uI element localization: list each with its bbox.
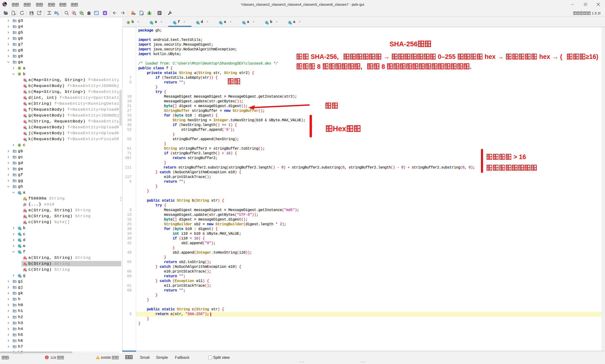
svg-text:M: M bbox=[104, 12, 106, 15]
svg-text:I: I bbox=[19, 73, 20, 76]
svg-text:I: I bbox=[128, 21, 129, 24]
svg-text:I: I bbox=[19, 67, 20, 70]
svg-text:I: I bbox=[19, 144, 20, 147]
